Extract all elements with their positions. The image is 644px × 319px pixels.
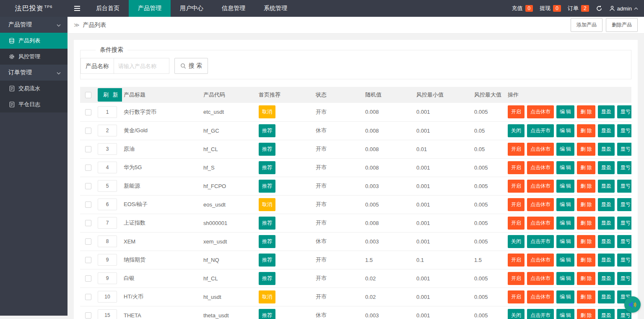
recommend-badge[interactable]: 推荐	[259, 124, 275, 137]
action-button-3[interactable]: 删 除	[577, 143, 595, 156]
action-button-0[interactable]: 开启	[508, 290, 525, 303]
sort-input[interactable]	[98, 291, 117, 303]
sidebar-item-5[interactable]: 平仓日志	[0, 97, 68, 112]
recommend-badge[interactable]: 推荐	[259, 161, 275, 174]
action-button-5[interactable]: 显亏	[617, 143, 631, 156]
sort-input[interactable]	[98, 143, 117, 155]
action-button-4[interactable]: 显盈	[598, 143, 615, 156]
refresh-button[interactable]: 刷 新	[98, 88, 122, 102]
action-button-0[interactable]: 关闭	[508, 309, 525, 319]
sidebar-group-3[interactable]: 订单管理	[0, 65, 68, 81]
sort-input[interactable]	[98, 162, 117, 173]
row-checkbox[interactable]	[85, 238, 91, 245]
row-checkbox[interactable]	[85, 183, 91, 189]
sound-toggle-button[interactable]	[624, 296, 641, 313]
action-button-4[interactable]: 显盈	[598, 235, 615, 248]
row-checkbox[interactable]	[85, 257, 91, 263]
action-button-0[interactable]: 开启	[508, 161, 525, 174]
action-button-4[interactable]: 显盈	[598, 309, 615, 319]
sort-input[interactable]	[98, 199, 117, 210]
row-checkbox[interactable]	[85, 109, 91, 115]
action-button-2[interactable]: 编 辑	[556, 198, 574, 211]
action-button-4[interactable]: 显盈	[598, 105, 615, 118]
action-button-2[interactable]: 编 辑	[556, 161, 574, 174]
action-button-1[interactable]: 点击休市	[527, 143, 554, 156]
action-button-1[interactable]: 点击休市	[527, 161, 554, 174]
action-button-2[interactable]: 编 辑	[556, 143, 574, 156]
action-button-0[interactable]: 开启	[508, 198, 525, 211]
recommend-badge[interactable]: 取消	[259, 198, 275, 211]
action-button-2[interactable]: 编 辑	[556, 235, 574, 248]
action-button-1[interactable]: 点击开市	[527, 124, 554, 137]
row-checkbox[interactable]	[85, 165, 91, 171]
select-all-checkbox[interactable]	[85, 92, 91, 98]
quick-link-2[interactable]: 订单2	[568, 5, 589, 12]
action-button-2[interactable]: 编 辑	[556, 180, 574, 193]
recommend-badge[interactable]: 取消	[259, 105, 275, 118]
action-button-0[interactable]: 开启	[508, 217, 525, 230]
delete-product-button[interactable]: 删除产品	[606, 18, 638, 32]
search-button[interactable]: 搜 索	[174, 58, 208, 74]
action-button-2[interactable]: 编 辑	[556, 124, 574, 137]
action-button-0[interactable]: 开启	[508, 180, 525, 193]
action-button-1[interactable]: 点击休市	[527, 198, 554, 211]
action-button-1[interactable]: 点击休市	[527, 180, 554, 193]
action-button-1[interactable]: 点击休市	[527, 217, 554, 230]
action-button-3[interactable]: 删 除	[577, 180, 595, 193]
action-button-1[interactable]: 点击开市	[527, 235, 554, 248]
action-button-1[interactable]: 点击开市	[527, 309, 554, 319]
nav-item-1[interactable]: 产品管理	[129, 0, 171, 17]
action-button-0[interactable]: 开启	[508, 105, 525, 118]
row-checkbox[interactable]	[85, 220, 91, 226]
action-button-2[interactable]: 编 辑	[556, 217, 574, 230]
action-button-0[interactable]: 关闭	[508, 124, 525, 137]
action-button-0[interactable]: 关闭	[508, 235, 525, 248]
product-name-input[interactable]	[114, 58, 169, 74]
action-button-5[interactable]: 显亏	[617, 124, 631, 137]
action-button-4[interactable]: 显盈	[598, 161, 615, 174]
action-button-0[interactable]: 开启	[508, 272, 525, 285]
action-button-5[interactable]: 显亏	[617, 105, 631, 118]
action-button-3[interactable]: 删 除	[577, 309, 595, 319]
sort-input[interactable]	[98, 217, 117, 229]
action-button-4[interactable]: 显盈	[598, 217, 615, 230]
menu-toggle-icon[interactable]	[68, 0, 87, 17]
action-button-3[interactable]: 删 除	[577, 272, 595, 285]
action-button-3[interactable]: 删 除	[577, 290, 595, 303]
row-checkbox[interactable]	[85, 201, 91, 208]
action-button-5[interactable]: 显亏	[617, 235, 631, 248]
add-product-button[interactable]: 添加产品	[571, 18, 602, 32]
sidebar-item-1[interactable]: 产品列表	[0, 33, 68, 49]
row-checkbox[interactable]	[85, 312, 91, 319]
action-button-5[interactable]: 显亏	[617, 272, 631, 285]
action-button-1[interactable]: 点击休市	[527, 254, 554, 267]
nav-item-4[interactable]: 系统管理	[254, 0, 296, 17]
row-checkbox[interactable]	[85, 128, 91, 134]
sort-input[interactable]	[98, 106, 117, 118]
recommend-badge[interactable]: 推荐	[259, 254, 275, 267]
action-button-5[interactable]: 显亏	[617, 217, 631, 230]
action-button-4[interactable]: 显盈	[598, 180, 615, 193]
action-button-2[interactable]: 编 辑	[556, 290, 574, 303]
nav-item-3[interactable]: 信息管理	[213, 0, 254, 17]
action-button-4[interactable]: 显盈	[598, 254, 615, 267]
quick-link-0[interactable]: 充值0	[512, 5, 533, 12]
sort-input[interactable]	[98, 125, 117, 136]
recommend-badge[interactable]: 推荐	[259, 180, 275, 193]
action-button-2[interactable]: 编 辑	[556, 105, 574, 118]
sidebar-item-2[interactable]: 风控管理	[0, 49, 68, 65]
action-button-5[interactable]: 显亏	[617, 180, 631, 193]
quick-link-1[interactable]: 提现0	[540, 5, 561, 12]
action-button-1[interactable]: 点击休市	[527, 290, 554, 303]
recommend-badge[interactable]: 推荐	[259, 235, 275, 248]
action-button-2[interactable]: 编 辑	[556, 309, 574, 319]
sort-input[interactable]	[98, 254, 117, 266]
sidebar-item-4[interactable]: 交易流水	[0, 81, 68, 97]
nav-item-0[interactable]: 后台首页	[87, 0, 129, 17]
refresh-icon[interactable]	[596, 5, 602, 12]
action-button-1[interactable]: 点击休市	[527, 105, 554, 118]
action-button-3[interactable]: 删 除	[577, 217, 595, 230]
action-button-3[interactable]: 删 除	[577, 105, 595, 118]
action-button-3[interactable]: 删 除	[577, 161, 595, 174]
sort-input[interactable]	[98, 309, 117, 319]
